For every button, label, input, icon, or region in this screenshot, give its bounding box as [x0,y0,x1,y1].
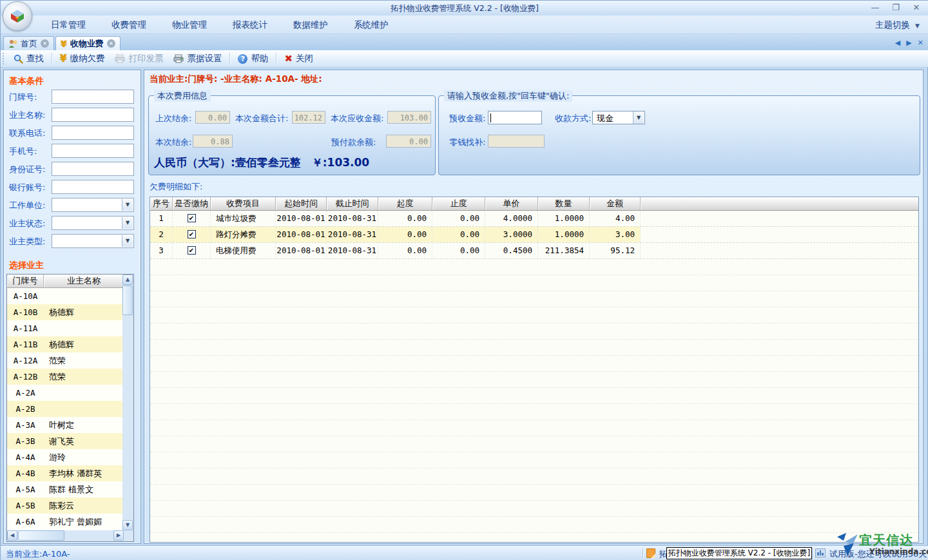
owner-row[interactable]: A-4A游玲 [7,449,124,465]
owner-row[interactable]: A-2B [7,401,124,417]
menu-reports[interactable]: 报表统计 [220,19,280,31]
menu-daily[interactable]: 日常管理 [38,19,99,31]
scroll-down-icon[interactable]: ▼ [122,520,133,530]
close-tab-button[interactable]: ✖ 关闭 [279,51,318,66]
paid-checkbox[interactable]: ✔ [188,230,196,238]
tab-scroll-left-icon[interactable]: ◀ [895,39,900,47]
owner-list-col-name[interactable]: 业主名称 [44,275,124,287]
maximize-button[interactable]: ❐ [890,3,902,12]
field-input[interactable] [52,162,134,176]
menu-data[interactable]: 数据维护 [280,19,341,31]
owner-list-header: 门牌号 业主名称 [7,275,124,288]
field-input[interactable] [52,108,134,122]
owner-row[interactable]: A-10B杨德辉 [7,304,124,320]
fee-table-col-header[interactable]: 起度 [378,197,432,210]
field-input[interactable] [52,126,134,140]
vscroll-thumb[interactable] [122,285,133,315]
menu-property[interactable]: 物业管理 [159,19,220,31]
find-button[interactable]: 查找 [8,51,49,66]
fee-table-col-header[interactable]: 是否缴纳 [173,197,211,210]
hscroll-thumb[interactable] [18,530,64,541]
fee-table-row[interactable]: 3✔电梯使用费2010-08-012010-08-310.000.000.450… [150,243,918,259]
fee-table-row[interactable]: 1✔城市垃圾费2010-08-012010-08-310.000.004.000… [150,211,918,227]
pay-arrears-button[interactable]: ¥ 缴纳欠费 [55,51,110,66]
pay-method-select[interactable]: 现金 ▼ [592,111,645,124]
owner-row[interactable]: A-2A [7,385,124,401]
fee-table-col-header[interactable]: 单价 [485,197,538,210]
tab-fee-close-icon[interactable]: ✕ [107,39,115,48]
chevron-down-icon[interactable]: ▼ [122,235,133,247]
fee-table-col-header[interactable]: 序号 [150,197,173,210]
menu-system[interactable]: 系统维护 [341,19,401,31]
owner-row[interactable]: A-3A叶树定 [7,417,124,433]
owner-row[interactable]: A-6A郭礼宁 曾媚媚 [7,514,124,530]
fee-table-col-header[interactable]: 金额 [590,197,641,210]
field-select[interactable]: ▼ [52,234,134,248]
owner-row[interactable]: A-12B范荣 [7,369,124,385]
field-select[interactable]: ▼ [52,216,134,230]
fee-table-col-header[interactable]: 数量 [538,197,590,210]
tab-list-close-icon[interactable]: ✕ [918,39,923,47]
toolbar-grip[interactable] [3,53,6,64]
cell-item: 路灯分摊费 [211,227,276,242]
menu-charging[interactable]: 收费管理 [99,19,159,31]
scroll-up-icon[interactable]: ▲ [122,275,133,285]
chevron-down-icon[interactable]: ▼ [122,217,133,229]
tab-scroll-right-icon[interactable]: ▶ [906,39,911,47]
field-input[interactable] [52,144,134,158]
paid-checkbox[interactable]: ✔ [188,214,196,222]
chevron-down-icon[interactable]: ▼ [122,199,133,211]
fee-table-empty-row [150,436,918,452]
owner-door-no: A-10B [7,304,44,320]
cell-start-date: 2010-08-01 [276,227,327,242]
fee-table-row[interactable]: 2✔路灯分摊费2010-08-012010-08-310.000.003.000… [150,227,918,243]
paid-checkbox[interactable]: ✔ [188,246,196,255]
tab-fee[interactable]: ¥ 收物业费 ✕ [55,36,121,50]
fee-table-col-header[interactable]: 止度 [432,197,485,210]
app-logo-icon [3,1,32,31]
tab-home[interactable]: 首页 ✕ [3,36,54,50]
owner-list-hscrollbar[interactable]: ◀ ▶ [7,530,134,541]
owner-list-vscrollbar[interactable]: ▲ ▼ [122,275,133,530]
fee-table-col-header[interactable]: 起始时间 [276,197,327,210]
fee-table-col-header[interactable]: 截止时间 [327,197,378,210]
fee-table-col-filler [641,197,918,210]
owner-row[interactable]: A-5B陈彩云 [7,497,124,514]
owner-name: 陈群 植景文 [44,481,124,497]
tab-bar: 首页 ✕ ¥ 收物业费 ✕ ◀ ▶ ✕ [1,34,928,50]
close-label: 关闭 [296,53,313,64]
owner-row[interactable]: A-11A [7,320,124,336]
field-label: 银行账号: [9,182,45,193]
owner-row[interactable]: A-10A [7,288,124,304]
owner-row[interactable]: A-3B谢飞英 [7,433,124,449]
field-select[interactable]: ▼ [52,198,134,212]
theme-switch-menu[interactable]: 主题切换▼ [875,19,920,31]
scroll-right-icon[interactable]: ▶ [113,530,124,541]
scroll-left-icon[interactable]: ◀ [7,530,17,541]
fee-table-empty-row [150,323,918,340]
cell-paid: ✔ [173,211,211,226]
owner-door-no: A-12B [7,369,44,385]
chevron-down-icon[interactable]: ▼ [633,111,644,124]
fee-table-col-header[interactable]: 收费项目 [211,197,276,210]
owner-row[interactable]: A-12A范荣 [7,352,124,369]
owner-row[interactable]: A-5A陈群 植景文 [7,481,124,497]
fee-table-empty-row [150,356,918,372]
cell-end-reading: 0.00 [432,243,485,258]
owner-list-col-door[interactable]: 门牌号 [7,275,44,287]
minimize-button[interactable]: — [869,3,881,12]
close-window-button[interactable]: ✕ [911,3,922,12]
fee-table-empty-row [150,404,918,420]
cell-end-date: 2010-08-31 [327,211,378,226]
cell-unit-price: 0.4500 [485,243,538,258]
tab-home-close-icon[interactable]: ✕ [41,39,49,48]
field-input[interactable] [52,90,134,104]
ticket-settings-button[interactable]: 票据设置 [168,51,227,66]
owner-row[interactable]: A-4B李均林 潘群英 [7,465,124,481]
help-button[interactable]: ? 帮助 [233,51,273,66]
precollect-amount-input[interactable] [488,111,542,124]
field-label: 工作单位: [9,200,45,211]
owner-row[interactable]: A-11B杨德辉 [7,336,124,352]
field-input[interactable] [52,180,134,194]
cur-balance-label: 本次结余: [155,137,191,148]
